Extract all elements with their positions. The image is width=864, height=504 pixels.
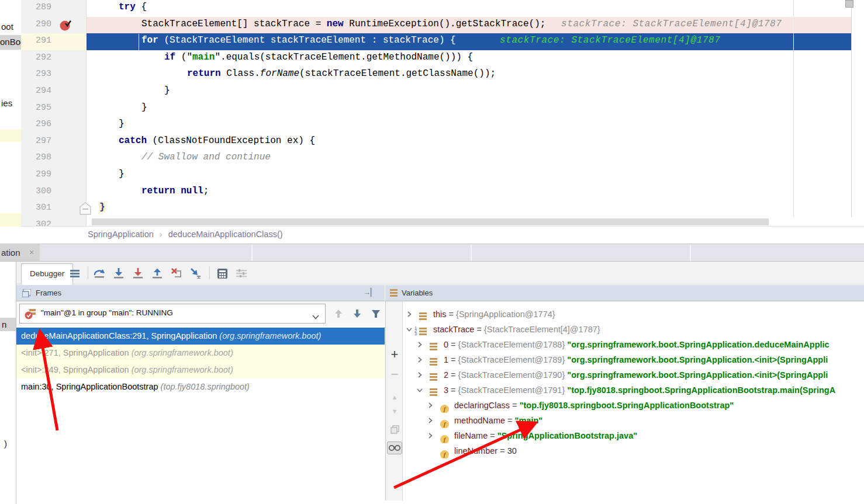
run-config-tab[interactable]: ation × [0,244,40,262]
editor-line-299[interactable]: 299} [21,167,864,184]
code-text[interactable]: } [141,102,147,113]
variable-row-this[interactable]: this = {SpringApplication@1774} [403,307,864,322]
expand-chevron-icon[interactable] [427,418,433,423]
editor-line-300[interactable]: 300return null; [21,184,864,201]
value-bars-icon [430,355,437,367]
variable-row-stackTrace[interactable]: 123stackTrace = {StackTraceElement[4]@17… [403,322,864,337]
expand-chevron-icon[interactable] [427,402,433,408]
variable-row-0[interactable]: 0 = {StackTraceElement@1788} "org.spring… [403,337,864,352]
variable-row-methodName[interactable]: fmethodName = "main" [403,413,864,428]
editor-line-301[interactable]: 301} [21,200,864,217]
thread-selector-combobox[interactable]: "main"@1 in group "main": RUNNING [19,304,326,324]
step-out-icon[interactable] [150,266,164,280]
hamburger-icon[interactable] [68,266,82,280]
code-text[interactable]: } [119,169,125,179]
code-editor[interactable]: 289try {290StackTraceElement[] stackTrac… [21,0,864,227]
variable-row-lineNumber[interactable]: flineNumber = 30 [403,443,864,458]
frame-row[interactable]: deduceMainApplicationClass:291, SpringAp… [16,328,385,345]
editor-line-291[interactable]: 291for (StackTraceElement stackTraceElem… [21,33,864,50]
editor-right-edge [851,0,852,217]
variable-row-fileName[interactable]: ffileName = "SpringApplicationBootstrap.… [403,428,864,443]
code-text[interactable]: try { [119,2,147,12]
editor-line-295[interactable]: 295} [21,100,864,117]
frame-row[interactable]: main:30, SpringApplicationBootstrap (top… [16,378,385,395]
show-watches-toggle[interactable] [387,442,402,454]
run-to-cursor-icon[interactable] [189,266,203,280]
chevron-down-icon[interactable] [312,311,319,322]
variable-text: stackTrace = {StackTraceElement[4]@1787} [433,322,600,337]
variable-row-declaringClass[interactable]: fdeclaringClass = "top.fjy8018.springboo… [403,398,864,413]
right-margin-guide [793,0,794,17]
breadcrumb-method[interactable]: deduceMainApplicationClass() [168,230,283,239]
code-text[interactable]: } [164,85,170,96]
step-into-icon[interactable] [112,266,126,280]
drop-frame-icon[interactable] [170,266,184,280]
layout-settings-icon[interactable] [234,266,248,280]
fold-marker-icon[interactable] [80,202,91,217]
code-text[interactable]: catch (ClassNotFoundException ex) { [119,135,315,146]
frame-row[interactable]: <init>:249, SpringApplication (org.sprin… [16,362,385,378]
force-step-into-icon[interactable] [131,266,145,280]
horizontal-scrollbar-thumb[interactable] [92,218,769,225]
equals-sign: = [447,310,457,319]
editor-line-298[interactable]: 298// Swallow and continue [21,150,864,167]
variable-row-1[interactable]: 1 = {StackTraceElement@1789} "org.spring… [403,352,864,367]
frames-panel: "main"@1 in group "main": RUNNING deduce… [16,301,385,504]
expand-chevron-icon[interactable] [417,357,423,363]
step-over-icon[interactable] [92,266,106,280]
equals-sign: = [448,385,458,395]
tree-item-fragment[interactable]: ies [1,98,12,108]
frame-down-button[interactable] [350,306,365,321]
editor-line-294[interactable]: 294} [21,84,864,100]
frame-up-button[interactable] [331,306,346,321]
object-reference: {StackTraceElement[4]@1787} [484,325,600,334]
indent-guide [139,34,139,50]
variable-row-2[interactable]: 2 = {StackTraceElement@1790} "org.spring… [403,367,864,383]
pin-icon[interactable]: →▏ [363,288,376,297]
add-watch-button[interactable]: + [386,347,403,362]
breadcrumb-class[interactable]: SpringApplication [88,230,154,239]
variable-row-3[interactable]: 3 = {StackTraceElement@1791} "top.fjy801… [403,383,864,398]
move-up-button[interactable]: ▲ [386,394,403,401]
code-text[interactable]: if ("main".equals(stackTraceElement.getM… [164,52,473,62]
remove-watch-button[interactable]: − [386,367,403,382]
expand-chevron-icon[interactable] [417,342,423,347]
editor-line-296[interactable]: 296} [21,117,864,134]
filter-funnel-icon[interactable] [368,306,383,321]
editor-line-297[interactable]: 297catch (ClassNotFoundException ex) { [21,134,864,151]
code-text[interactable]: StackTraceElement[] stackTrace = new Run… [141,19,545,29]
code-text[interactable]: for (StackTraceElement stackTraceElement… [141,35,456,46]
tab-debugger[interactable]: Debugger [21,263,73,284]
variable-name: 0 [444,340,448,349]
collapse-chevron-icon[interactable] [406,326,412,332]
right-margin-guide [793,17,794,50]
expand-chevron-icon[interactable] [406,311,412,317]
move-down-button[interactable]: ▼ [386,408,403,415]
close-icon[interactable]: × [29,244,34,261]
editor-line-290[interactable]: 290StackTraceElement[] stackTrace = new … [21,17,864,34]
horizontal-scrollbar[interactable] [87,217,864,227]
variable-name: stackTrace [433,325,474,334]
breakpoint-icon[interactable] [60,19,72,32]
code-text[interactable]: return null; [141,186,209,196]
tree-item-fragment[interactable]: onBoot [0,37,21,47]
code-text[interactable]: // Swallow and continue [141,152,271,162]
code-text[interactable]: return Class.forName(stackTraceElement.g… [187,68,496,79]
code-text[interactable]: } [119,119,125,129]
vertical-scrollbar-thumb[interactable] [845,0,853,8]
ide-debug-screen: oot onBoot ies 289try {290StackTraceElem… [0,0,864,504]
editor-line-289[interactable]: 289try { [21,0,864,17]
frame-row[interactable]: <init>:271, SpringApplication (org.sprin… [16,345,385,362]
collapse-chevron-icon[interactable] [417,387,423,393]
variables-panel-title: Variables [402,289,433,297]
editor-line-293[interactable]: 293return Class.forName(stackTraceElemen… [21,67,864,84]
number-value: 30 [507,446,517,456]
duplicate-icon[interactable] [386,425,403,436]
tree-item-fragment[interactable]: oot [1,22,13,32]
editor-line-292[interactable]: 292if ("main".equals(stackTraceElement.g… [21,50,864,67]
code-text[interactable]: } [99,202,105,213]
expand-chevron-icon[interactable] [427,433,433,439]
frames-panel-header: Frames →▏ [16,285,385,301]
expand-chevron-icon[interactable] [417,372,423,378]
evaluate-expression-icon[interactable] [215,266,229,280]
